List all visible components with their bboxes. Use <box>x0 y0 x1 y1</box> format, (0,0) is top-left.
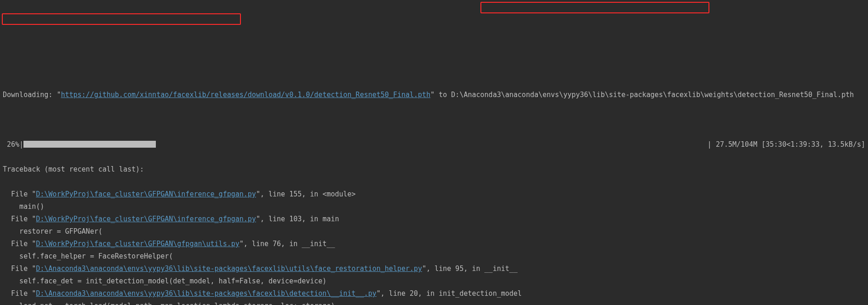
traceback-code-line: self.face_helper = FaceRestoreHelper( <box>3 250 865 263</box>
traceback-file-line: File "D:\WorkPyProj\face_cluster\GFPGAN\… <box>3 238 865 250</box>
download-dest: D:\Anaconda3\anaconda\envs\yypy36\lib\si… <box>451 91 854 99</box>
blank-line <box>3 114 865 126</box>
file-prefix: File " <box>3 289 36 298</box>
traceback-header: Traceback (most recent call last): <box>3 163 865 176</box>
file-path-link[interactable]: D:\WorkPyProj\face_cluster\GFPGAN\infere… <box>36 215 256 223</box>
file-suffix: ", line 76, in __init__ <box>240 240 335 248</box>
file-suffix: ", line 155, in <module> <box>256 190 356 198</box>
progress-percent: 26%| <box>3 140 23 149</box>
download-prefix: Downloading: " <box>3 91 61 99</box>
file-path-link[interactable]: D:\WorkPyProj\face_cluster\GFPGAN\gfpgan… <box>36 240 240 248</box>
progress-line: 26%| | 27.5M/104M [35:30<1:39:33, 13.5kB… <box>3 138 865 151</box>
traceback-code-line: main() <box>3 201 865 213</box>
file-suffix: ", line 95, in __init__ <box>422 265 518 273</box>
highlight-box-1 <box>480 2 709 13</box>
traceback-file-line: File "D:\WorkPyProj\face_cluster\GFPGAN\… <box>3 213 865 225</box>
traceback-code-line: load_net = torch.load(model_path, map_lo… <box>3 300 865 305</box>
file-path-link[interactable]: D:\Anaconda3\anaconda\envs\yypy36\lib\si… <box>36 265 422 273</box>
progress-left: 26%| <box>3 138 156 151</box>
file-prefix: File " <box>3 240 36 248</box>
traceback-code-line: self.face_det = init_detection_model(det… <box>3 275 865 288</box>
file-suffix: ", line 20, in init_detection_model <box>377 289 522 298</box>
highlight-box-2 <box>2 13 241 25</box>
file-prefix: File " <box>3 190 36 198</box>
file-prefix: File " <box>3 265 36 273</box>
download-line: Downloading: "https://github.com/xinntao… <box>3 89 865 101</box>
file-path-link[interactable]: D:\WorkPyProj\face_cluster\GFPGAN\infere… <box>36 190 256 198</box>
traceback-file-line: File "D:\Anaconda3\anaconda\envs\yypy36\… <box>3 263 865 275</box>
traceback-file-line: File "D:\Anaconda3\anaconda\envs\yypy36\… <box>3 288 865 300</box>
progress-bar <box>23 141 156 148</box>
download-mid: " to <box>430 91 451 99</box>
file-suffix: ", line 103, in main <box>256 215 339 223</box>
progress-stats: | 27.5M/104M [35:30<1:39:33, 13.5kB/s] <box>708 138 865 151</box>
download-url-link[interactable]: https://github.com/xinntao/facexlib/rele… <box>61 91 430 99</box>
traceback-file-line: File "D:\WorkPyProj\face_cluster\GFPGAN\… <box>3 188 865 201</box>
file-prefix: File " <box>3 215 36 223</box>
traceback-code-line: restorer = GFPGANer( <box>3 225 865 238</box>
file-path-link[interactable]: D:\Anaconda3\anaconda\envs\yypy36\lib\si… <box>36 289 377 298</box>
